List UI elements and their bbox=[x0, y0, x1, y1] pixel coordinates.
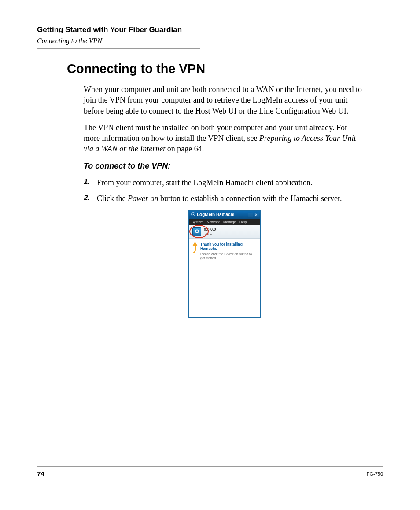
intro-paragraph-1: When your computer and unit are both con… bbox=[84, 84, 365, 116]
up-arrow-icon bbox=[192, 242, 198, 260]
menu-help[interactable]: Help bbox=[239, 220, 247, 224]
footer-rule bbox=[37, 466, 383, 467]
page-number: 74 bbox=[37, 470, 44, 477]
section-title: Connecting to the VPN bbox=[37, 37, 383, 45]
document-code: FG-750 bbox=[367, 471, 383, 477]
step-2-emphasis: Power on bbox=[128, 194, 158, 203]
running-header: Getting Started with Your Fiber Guardian… bbox=[37, 26, 383, 49]
procedure-steps: From your computer, start the LogMeIn Ha… bbox=[84, 177, 365, 204]
window-title: LogMeIn Hamachi bbox=[197, 212, 235, 217]
minimize-button[interactable]: – bbox=[248, 213, 253, 217]
titlebar[interactable]: LogMeIn Hamachi – × bbox=[189, 211, 260, 219]
menu-system[interactable]: System bbox=[192, 220, 203, 224]
hamachi-window: LogMeIn Hamachi – × System Network Manag… bbox=[188, 210, 261, 319]
body-column: When your computer and unit are both con… bbox=[84, 84, 365, 318]
menu-network[interactable]: Network bbox=[207, 220, 220, 224]
connection-state: offline bbox=[204, 233, 212, 236]
hamachi-screenshot: LogMeIn Hamachi – × System Network Manag… bbox=[188, 210, 261, 319]
status-row: 0.0.0.0 offline bbox=[189, 225, 260, 239]
power-button[interactable] bbox=[192, 227, 201, 236]
step-1-text: From your computer, start the LogMeIn Ha… bbox=[97, 178, 313, 187]
intro-paragraph-2: The VPN client must be installed on both… bbox=[84, 122, 365, 154]
header-rule bbox=[37, 48, 200, 49]
page-footer: 74 FG-750 bbox=[37, 466, 383, 477]
app-logo-icon bbox=[191, 212, 195, 218]
step-2-prefix: Click the bbox=[97, 194, 128, 203]
chapter-title: Getting Started with Your Fiber Guardian bbox=[37, 26, 383, 34]
svg-point-1 bbox=[193, 213, 194, 215]
menubar: System Network Manage Help bbox=[189, 219, 260, 226]
step-2: Click the Power on button to establish a… bbox=[84, 193, 365, 204]
menu-manage[interactable]: Manage bbox=[223, 220, 236, 224]
step-1: From your computer, start the LogMeIn Ha… bbox=[84, 177, 365, 188]
status-text: 0.0.0.0 offline bbox=[204, 227, 216, 237]
ip-address: 0.0.0.0 bbox=[204, 227, 216, 232]
procedure-heading: To connect to the VPN: bbox=[84, 161, 365, 171]
welcome-panel: Thank you for installing Hamachi. Please… bbox=[189, 239, 260, 264]
power-icon bbox=[195, 229, 199, 235]
p2-tail: on page 64. bbox=[165, 144, 204, 153]
peer-list-empty bbox=[189, 264, 260, 317]
step-2-suffix: button to establish a connection with th… bbox=[158, 194, 342, 203]
welcome-title: Thank you for installing Hamachi. bbox=[200, 242, 257, 251]
close-button[interactable]: × bbox=[254, 213, 259, 217]
page-title: Connecting to the VPN bbox=[67, 62, 383, 76]
welcome-subtitle: Please click the Power on button to get … bbox=[200, 252, 257, 260]
document-page: Getting Started with Your Fiber Guardian… bbox=[0, 0, 420, 510]
